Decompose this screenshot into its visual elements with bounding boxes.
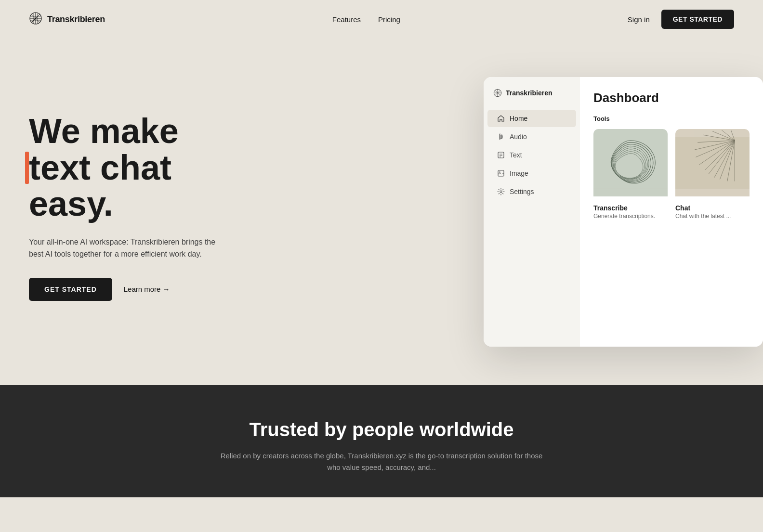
sidebar-item-audio[interactable]: Audio xyxy=(487,128,576,145)
transcribe-desc: Generate transcriptions. xyxy=(593,213,668,220)
logo-link[interactable]: Transkribieren xyxy=(29,12,105,27)
svg-point-21 xyxy=(500,191,502,193)
nav-features[interactable]: Features xyxy=(332,15,361,24)
navbar: Transkribieren Features Pricing Sign in … xyxy=(0,0,763,39)
tool-card-chat[interactable]: Chat Chat with the latest ... xyxy=(675,129,750,223)
nav-links: Features Pricing xyxy=(332,15,400,24)
hero-content: We make text chat easy. Your all-in-one … xyxy=(29,113,231,301)
sidebar-item-home[interactable]: Home xyxy=(487,110,576,127)
sidebar-label-image: Image xyxy=(510,169,528,177)
settings-icon xyxy=(497,188,505,195)
dashboard-mockup: Transkribieren Home Audio xyxy=(484,77,763,347)
transcribe-name: Transcribe xyxy=(593,204,668,212)
nav-pricing[interactable]: Pricing xyxy=(378,15,400,24)
trusted-section: Trusted by people worldwide Relied on by… xyxy=(0,385,763,497)
svg-rect-22 xyxy=(593,137,668,189)
sign-in-link[interactable]: Sign in xyxy=(628,15,650,24)
hero-get-started-button[interactable]: GET STARTED xyxy=(29,278,112,301)
dashboard-main: Dashboard Tools xyxy=(580,77,763,347)
dashboard-sidebar: Transkribieren Home Audio xyxy=(484,77,580,347)
hero-subtext: Your all-in-one AI workspace: Transkribi… xyxy=(29,236,231,260)
nav-get-started-button[interactable]: GET STARTED xyxy=(661,10,734,29)
sidebar-item-text[interactable]: Text xyxy=(487,146,576,164)
sidebar-logo: Transkribieren xyxy=(484,89,580,109)
chat-desc: Chat with the latest ... xyxy=(675,213,750,220)
sidebar-item-settings[interactable]: Settings xyxy=(487,183,576,200)
hero-learn-more-link[interactable]: Learn more → xyxy=(124,285,170,293)
audio-icon xyxy=(497,133,505,141)
sidebar-label-settings: Settings xyxy=(510,188,534,195)
image-icon xyxy=(497,169,505,177)
trusted-subtext: Relied on by creators across the globe, … xyxy=(213,450,550,473)
text-icon xyxy=(497,151,505,159)
sidebar-label-audio: Audio xyxy=(510,133,527,141)
svg-point-20 xyxy=(500,172,500,173)
tools-grid: Transcribe Generate transcriptions. xyxy=(593,129,750,223)
svg-rect-19 xyxy=(498,170,504,176)
hero-headline: We make text chat easy. xyxy=(29,113,231,222)
hero-mockup-area: Transkribieren Home Audio xyxy=(231,67,734,347)
logo-icon xyxy=(29,12,42,27)
nav-actions: Sign in GET STARTED xyxy=(628,10,734,29)
transcribe-thumbnail xyxy=(593,129,668,196)
chat-thumbnail xyxy=(675,129,750,196)
sidebar-label-home: Home xyxy=(510,115,527,122)
chat-name: Chat xyxy=(675,204,750,212)
sidebar-label-text: Text xyxy=(510,151,522,159)
svg-rect-14 xyxy=(500,135,502,139)
sidebar-item-image[interactable]: Image xyxy=(487,165,576,182)
home-icon xyxy=(497,115,505,122)
trusted-title: Trusted by people worldwide xyxy=(29,419,734,441)
headline-highlight: text chat xyxy=(29,150,171,186)
sidebar-logo-text: Transkribieren xyxy=(506,89,553,97)
logo-text: Transkribieren xyxy=(47,14,105,25)
dashboard-title: Dashboard xyxy=(593,91,750,105)
tool-card-transcribe[interactable]: Transcribe Generate transcriptions. xyxy=(593,129,668,223)
tools-label: Tools xyxy=(593,115,750,122)
hero-actions: GET STARTED Learn more → xyxy=(29,278,231,301)
hero-section: We make text chat easy. Your all-in-one … xyxy=(0,39,763,385)
